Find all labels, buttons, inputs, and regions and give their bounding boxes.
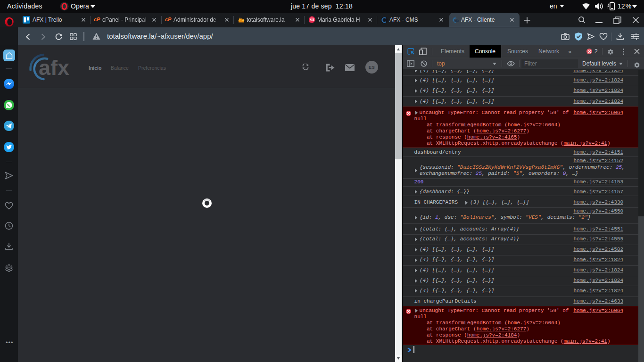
svg-text:afx: afx [454, 18, 460, 23]
